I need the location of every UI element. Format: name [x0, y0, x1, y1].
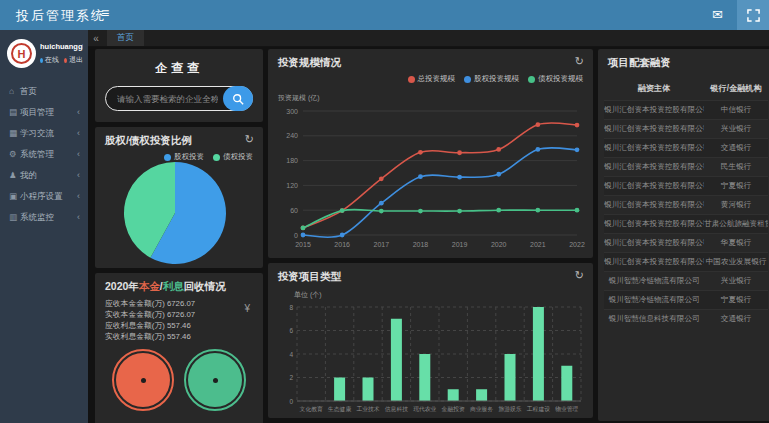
sidebar-item-label: 首页	[20, 86, 37, 96]
line-chart[interactable]: 0601201802403002015201620172018201920202…	[271, 105, 589, 253]
svg-text:生态健康: 生态健康	[327, 406, 351, 413]
logout-label[interactable]: 退出	[69, 55, 83, 65]
table-header-entity: 融资主体	[604, 83, 704, 94]
table-row: 银川汇创资本投资控股有限公司黄河银行	[604, 195, 768, 214]
entity-cell: 银川智慧冷链物流有限公司	[604, 276, 704, 286]
legend-dot	[408, 76, 415, 83]
currency-icon: ¥	[244, 303, 250, 314]
message-icon[interactable]: ✉	[712, 7, 723, 22]
table-row: 银川汇创资本投资控股有限公司中信银行	[604, 100, 768, 119]
pie-panel-title: 股权/债权投资比例	[105, 134, 192, 148]
user-icon: ♟	[9, 165, 20, 186]
svg-text:工业技术: 工业技术	[356, 405, 379, 412]
svg-text:60: 60	[290, 207, 298, 214]
sidebar-item-label: 项目管理	[20, 107, 54, 117]
financing-table: 融资主体 银行/金融机构 银川汇创资本投资控股有限公司中信银行银川汇创资本投资控…	[604, 77, 768, 328]
svg-text:2016: 2016	[334, 241, 350, 248]
legend-label: 总投资规模	[418, 74, 456, 84]
svg-text:240: 240	[286, 132, 298, 139]
logout-status-dot	[64, 58, 67, 63]
sidebar-item-6[interactable]: ▥系统监控‹	[0, 207, 88, 228]
svg-text:0: 0	[289, 398, 293, 405]
chevron-left-icon: ‹	[77, 144, 80, 165]
miniprogram-icon: ▣	[9, 186, 20, 207]
svg-text:物业管理: 物业管理	[555, 405, 578, 413]
recovery-gauges	[95, 349, 263, 411]
entity-cell: 银川汇创资本投资控股有限公司	[604, 143, 704, 153]
online-status-dot	[40, 58, 43, 63]
gauge-center-dot	[213, 378, 218, 383]
tabs-collapse-icon[interactable]: «	[88, 33, 104, 44]
interest-gauge	[184, 349, 246, 411]
bank-cell: 黄河银行	[704, 200, 768, 210]
recovery-stat-line: 实收本金金额(万) 6726.07	[105, 309, 195, 320]
legend-item[interactable]: 债权投资规模	[528, 74, 583, 84]
bar-y-axis-name: 单位 (个)	[294, 290, 322, 300]
logo-letter: H	[11, 43, 32, 64]
svg-text:现代农业: 现代农业	[413, 405, 436, 413]
refresh-icon[interactable]: ↻	[245, 133, 254, 146]
sidebar-item-1[interactable]: ▤项目管理‹	[0, 102, 88, 123]
sidebar-item-4[interactable]: ♟我的‹	[0, 165, 88, 186]
recovery-panel: 2020年本金/利息回收情况 ¥ 应收本金金额(万) 6726.07实收本金金额…	[95, 273, 263, 423]
recovery-panel-title: 2020年本金/利息回收情况	[105, 280, 226, 294]
svg-text:工程建设: 工程建设	[527, 405, 550, 413]
recovery-stats: 应收本金金额(万) 6726.07实收本金金额(万) 6726.07应收利息金额…	[105, 298, 195, 342]
chevron-left-icon: ‹	[77, 102, 80, 123]
entity-cell: 银川汇创资本投资控股有限公司	[604, 181, 704, 191]
chevron-left-icon: ‹	[77, 186, 80, 207]
learning-icon: ▦	[9, 123, 20, 144]
legend-item[interactable]: 股权投资规模	[464, 74, 519, 84]
svg-text:旅游娱乐: 旅游娱乐	[498, 405, 521, 413]
sidebar-item-0[interactable]: ⌂首页	[0, 81, 88, 102]
hamburger-menu-icon[interactable]: ≡	[101, 5, 109, 21]
table-row: 银川汇创资本投资控股有限公司兴业银行	[604, 119, 768, 138]
svg-text:信息科技: 信息科技	[385, 406, 408, 413]
search-row	[105, 86, 253, 111]
entity-cell: 银川汇创资本投资控股有限公司	[604, 238, 704, 248]
refresh-icon[interactable]: ↻	[575, 55, 584, 68]
sidebar-item-label: 小程序设置	[20, 191, 63, 201]
search-panel-title: 企查查	[95, 60, 263, 77]
online-label[interactable]: 在线	[45, 55, 59, 65]
bar-chart[interactable]: 02468文化教育生态健康工业技术信息科技现代农业金融投资商业服务旅游娱乐工程建…	[271, 301, 589, 415]
table-row: 银川智慧冷链物流有限公司宁夏银行	[604, 290, 768, 309]
legend-item[interactable]: 总投资规模	[408, 74, 456, 84]
sidebar-item-5[interactable]: ▣小程序设置‹	[0, 186, 88, 207]
tab-home[interactable]: 首页	[107, 30, 144, 46]
svg-text:300: 300	[286, 108, 298, 115]
monitor-icon: ▥	[9, 207, 20, 228]
line-panel-title: 投资规模情况	[278, 56, 341, 70]
sidebar-item-label: 系统管理	[20, 149, 54, 159]
fullscreen-icon[interactable]	[737, 0, 769, 30]
bank-cell: 交通银行	[704, 143, 768, 153]
chevron-left-icon: ‹	[77, 165, 80, 186]
bank-cell: 宁夏银行	[704, 295, 768, 305]
sidebar-item-2[interactable]: ▦学习交流‹	[0, 123, 88, 144]
tabbar: « 首页	[88, 30, 769, 47]
table-panel-title: 项目配套融资	[608, 56, 671, 70]
svg-text:6: 6	[289, 327, 293, 334]
sidebar-item-label: 我的	[20, 170, 37, 180]
gear-icon: ⚙	[9, 144, 20, 165]
line-legend: 总投资规模股权投资规模债权投资规模	[408, 74, 584, 84]
entity-cell: 银川汇创资本投资控股有限公司	[604, 200, 704, 210]
svg-text:2021: 2021	[530, 241, 546, 248]
entity-cell: 银川智慧信息科技有限公司	[604, 314, 704, 324]
recovery-stat-line: 实收利息金额(万) 557.46	[105, 331, 195, 342]
sidebar-item-3[interactable]: ⚙系统管理‹	[0, 144, 88, 165]
table-body: 银川汇创资本投资控股有限公司中信银行银川汇创资本投资控股有限公司兴业银行银川汇创…	[604, 100, 768, 328]
svg-text:2019: 2019	[452, 241, 468, 248]
fullscreen-glyph	[747, 9, 760, 22]
table-row: 银川汇创资本投资控股有限公司中国农业发展银行	[604, 252, 768, 271]
svg-text:金融投资: 金融投资	[442, 405, 465, 413]
pie-chart[interactable]	[115, 156, 235, 268]
home-icon: ⌂	[9, 81, 20, 102]
entity-cell: 银川汇创资本投资控股有限公司	[604, 105, 704, 115]
sidebar-item-label: 学习交流	[20, 128, 54, 138]
search-button[interactable]	[223, 86, 253, 111]
legend-label: 债权投资规模	[538, 74, 583, 84]
entity-cell: 银川汇创资本投资控股有限公司	[604, 219, 704, 229]
refresh-icon[interactable]: ↻	[575, 269, 584, 282]
svg-text:2022: 2022	[569, 241, 585, 248]
